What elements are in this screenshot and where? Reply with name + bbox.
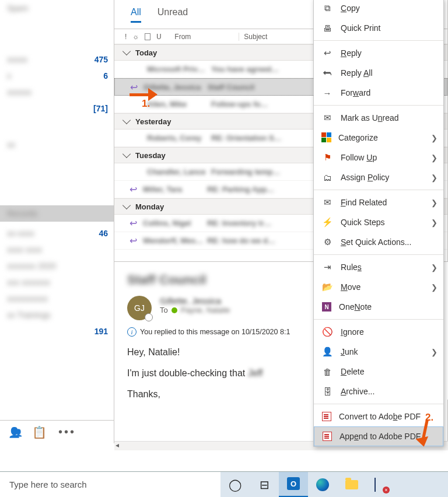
cm-mark-unread[interactable]: ✉Mark as Unread: [314, 108, 443, 128]
cm-quick-print[interactable]: 🖶Quick Print: [314, 18, 443, 38]
cm-append-pdf[interactable]: Append to Adobe PDF: [314, 426, 443, 446]
cm-delete[interactable]: 🗑Delete: [314, 362, 443, 382]
quick-steps-icon: ⚡: [321, 217, 334, 228]
folder-item[interactable]: xxxx xxxx: [0, 242, 114, 258]
copy-icon: ⧉: [321, 3, 334, 13]
privacy-guard-taskbar-icon[interactable]: ×: [366, 472, 396, 498]
presence-icon: [172, 307, 177, 313]
folder-item[interactable]: xxxxx475: [0, 51, 114, 68]
info-icon: i: [127, 327, 136, 337]
context-menu: ⧉Copy 🖶Quick Print ↩Reply ⮪Reply All →Fo…: [313, 0, 444, 447]
cm-reply-all[interactable]: ⮪Reply All: [314, 63, 443, 83]
flag-icon: ⚑: [321, 152, 334, 163]
folder-item[interactable]: xx Trainings: [0, 307, 114, 323]
folder-sidebar: Spam xxxxx475 x6 xxxxxx [71] xx Records …: [0, 0, 114, 443]
cm-onenote[interactable]: NOneNote: [314, 297, 443, 317]
tab-unread[interactable]: Unread: [158, 7, 188, 29]
chevron-right-icon: ❯: [431, 134, 438, 142]
explorer-taskbar-icon[interactable]: [337, 472, 366, 498]
onenote-icon: N: [322, 302, 331, 312]
cm-convert-pdf[interactable]: Convert to Adobe PDF: [314, 407, 443, 426]
cm-move[interactable]: 📂Move❯: [314, 277, 443, 297]
rules-icon: ⇥: [321, 262, 334, 272]
cm-rules[interactable]: ⇥Rules❯: [314, 257, 443, 277]
chevron-down-icon: [123, 47, 131, 55]
junk-icon: 👤: [321, 346, 334, 357]
envelope-icon: ✉: [321, 113, 334, 123]
cm-follow-up[interactable]: ⚑Follow Up❯: [314, 148, 443, 167]
chevron-right-icon: ❯: [431, 153, 438, 162]
chevron-right-icon: ❯: [431, 283, 438, 292]
reminder-col-icon[interactable]: ☼: [132, 33, 139, 41]
reading-to: To Payne, Natalie: [160, 306, 230, 314]
folder-item[interactable]: xxxxxxxxxx: [0, 290, 114, 307]
icon-col-icon[interactable]: [145, 33, 150, 40]
more-icon[interactable]: •••: [58, 425, 76, 439]
ignore-icon: 🚫: [321, 327, 334, 337]
tab-all[interactable]: All: [131, 7, 141, 29]
move-icon: 📂: [321, 282, 334, 292]
cm-copy[interactable]: ⧉Copy: [314, 0, 443, 18]
replied-icon: ↩: [130, 82, 138, 93]
policy-icon: 🗂: [321, 173, 334, 183]
print-icon: 🖶: [321, 23, 334, 33]
folder-item[interactable]: xxxxxx: [0, 84, 114, 100]
folder-item[interactable]: x6: [0, 68, 114, 84]
replied-icon: ↩: [130, 235, 137, 246]
people-icon[interactable]: 👤👤: [8, 425, 20, 439]
chevron-right-icon: ❯: [431, 173, 438, 182]
find-icon: ✉: [321, 197, 334, 208]
reply-all-icon: ⮪: [321, 68, 334, 78]
windows-taskbar: Type here to search ◯ ⊟ O ×: [0, 471, 448, 497]
cm-set-quick-actions[interactable]: ⚙Set Quick Actions...: [314, 232, 443, 252]
delete-icon: 🗑: [321, 367, 334, 377]
cm-assign-policy[interactable]: 🗂Assign Policy❯: [314, 167, 443, 187]
cm-reply[interactable]: ↩Reply: [314, 43, 443, 63]
cm-quick-steps[interactable]: ⚡Quick Steps❯: [314, 212, 443, 232]
importance-icon[interactable]: !: [125, 33, 127, 41]
chevron-down-icon: [123, 150, 131, 158]
reply-icon: ↩: [321, 48, 334, 58]
chevron-right-icon: ❯: [431, 198, 438, 207]
search-placeholder: Type here to search: [9, 480, 87, 489]
task-view-icon[interactable]: ⊟: [250, 472, 279, 498]
tasks-icon[interactable]: 📋: [32, 425, 47, 439]
folder-item[interactable]: xx: [0, 136, 114, 153]
chevron-down-icon: [123, 116, 131, 124]
cm-ignore[interactable]: 🚫Ignore: [314, 322, 443, 342]
gear-icon: ⚙: [321, 237, 334, 247]
cm-forward[interactable]: →Forward: [314, 83, 443, 103]
avatar[interactable]: GJ: [127, 296, 152, 320]
sidebar-bottom-bar: 👤👤 📋 •••: [0, 420, 114, 443]
cm-archive[interactable]: 🗄Archive...: [314, 382, 443, 401]
callout-number-1: 1.: [142, 98, 150, 110]
cm-junk[interactable]: 👤Junk❯: [314, 342, 443, 362]
replied-icon: ↩: [130, 184, 137, 195]
pdf-append-icon: [323, 432, 332, 441]
categorize-icon: [321, 132, 332, 143]
folder-item[interactable]: xxx xxxxxxx: [0, 274, 114, 290]
archive-icon: 🗄: [321, 387, 334, 397]
reading-from: Gillette, Jessica: [160, 296, 230, 306]
pdf-icon: [322, 412, 331, 421]
callout-number-2: 2.: [425, 412, 433, 424]
taskbar-search[interactable]: Type here to search: [0, 472, 220, 497]
folder-item[interactable]: 191: [0, 323, 114, 340]
cm-categorize[interactable]: Categorize❯: [314, 128, 443, 148]
attachment-col-icon[interactable]: 𝖴: [156, 33, 162, 41]
chevron-right-icon: ❯: [431, 218, 438, 227]
chevron-down-icon: [123, 201, 131, 209]
edge-taskbar-icon[interactable]: [308, 472, 337, 498]
replied-icon: ↩: [130, 218, 137, 229]
from-column[interactable]: From: [174, 33, 233, 41]
cm-find-related[interactable]: ✉Find Related❯: [314, 192, 443, 212]
folder-item[interactable]: xx-xxxx46: [0, 225, 114, 242]
chevron-right-icon: ❯: [431, 348, 438, 356]
folder-item-selected[interactable]: Records: [0, 205, 114, 222]
folder-item[interactable]: xxxxxxx 2020: [0, 258, 114, 274]
chevron-right-icon: ❯: [431, 263, 438, 272]
folder-item[interactable]: [71]: [0, 100, 114, 117]
outlook-taskbar-icon[interactable]: O: [279, 472, 308, 498]
folder-item[interactable]: Spam: [0, 0, 114, 16]
cortana-icon[interactable]: ◯: [220, 472, 250, 498]
